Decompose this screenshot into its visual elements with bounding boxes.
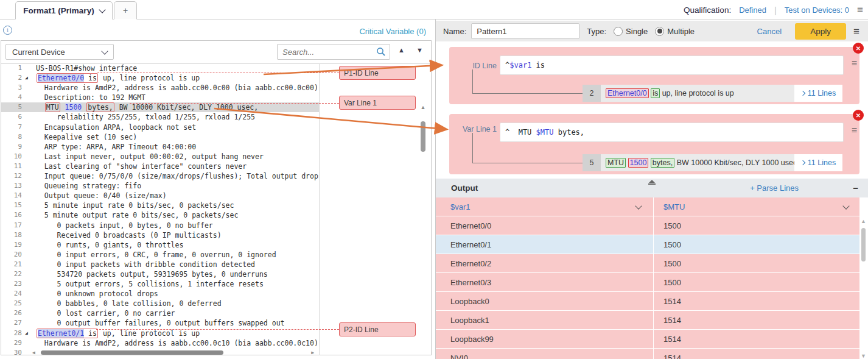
code-text: 0 input packets with dribble condition d…: [31, 260, 255, 269]
pattern-text: ^ MTU: [505, 128, 536, 137]
code-line[interactable]: 9 ARP type: ARPA, ARP Timeout 04:00:00: [1, 142, 319, 152]
code-line[interactable]: 24 0 unknown protocol drops: [1, 289, 319, 299]
code-line[interactable]: 3 Hardware is AmdP2, address is aabb.cc0…: [1, 83, 319, 93]
line-number: 9: [1, 142, 22, 152]
radio-single[interactable]: Single: [614, 27, 648, 36]
cell-var1: Ethernet0/0: [436, 216, 653, 235]
scroll-up-icon[interactable]: ▲: [419, 104, 427, 110]
search-prev-button[interactable]: ▲: [398, 46, 405, 54]
test-on-devices-link[interactable]: Test on Devices: 0: [785, 5, 849, 15]
code-line[interactable]: 16 5 minute output rate 0 bits/sec, 0 pa…: [1, 210, 319, 220]
device-selector[interactable]: Current Device: [5, 44, 114, 60]
chevron-down-icon[interactable]: [635, 202, 642, 209]
code-line[interactable]: 21 0 input packets with dribble conditio…: [1, 260, 319, 269]
code-vertical-scrollbar[interactable]: ▲ ▼: [419, 104, 427, 359]
column-header-mtu[interactable]: $MTU: [654, 197, 859, 216]
code-line[interactable]: 6 reliability 255/255, txload 1/255, rxl…: [1, 112, 319, 122]
table-row[interactable]: NVI01514: [436, 349, 859, 359]
code-text: Last clearing of "show interface" counte…: [31, 162, 247, 171]
code-line[interactable]: 12 Input queue: 0/75/0/0 (size/max/drops…: [1, 171, 319, 181]
pattern-input[interactable]: ^$var1 is: [500, 55, 844, 75]
code-line[interactable]: 30◀▶: [1, 348, 319, 355]
table-row[interactable]: Loopback01514: [436, 292, 859, 311]
tab-format1[interactable]: Format1 (Primary): [15, 1, 113, 20]
code-area[interactable]: 1US-BOS-R1#show interface2◢Ethernet0/0 i…: [1, 63, 320, 355]
info-icon[interactable]: i: [3, 26, 12, 35]
radio-multiple-icon[interactable]: [655, 27, 664, 36]
parse-lines-button[interactable]: + Parse Lines: [750, 183, 799, 193]
code-line[interactable]: 18 Received 0 broadcasts (0 IP multicast…: [1, 230, 319, 240]
cancel-button[interactable]: Cancel: [757, 27, 782, 36]
matched-line-row[interactable]: 2Ethernet0/0 is up, line protocol is up1…: [583, 85, 842, 102]
cell-mtu: 1514: [654, 330, 859, 348]
table-row[interactable]: Ethernet0/01500: [436, 216, 859, 235]
code-line[interactable]: 10 Last input never, output 00:00:02, ou…: [1, 152, 319, 162]
code-text: MTU 1500 bytes, BW 10000 Kbit/sec, DLY 1…: [31, 102, 258, 112]
search-icon[interactable]: [376, 47, 386, 57]
code-line[interactable]: 22 534720 packets output, 59319695 bytes…: [1, 269, 319, 279]
code-line[interactable]: 4 Description: to 192 MGMT: [1, 93, 319, 102]
horizontal-scrollbar[interactable]: ◀▶: [32, 349, 317, 355]
fold-marker-icon[interactable]: ◢: [22, 329, 31, 338]
line-number: 26: [1, 308, 22, 318]
radio-multiple[interactable]: Multiple: [655, 27, 695, 36]
table-row[interactable]: Ethernet0/31500: [436, 273, 859, 292]
card-menu-icon[interactable]: ≡: [852, 58, 857, 69]
code-line[interactable]: 13 Queueing strategy: fifo: [1, 181, 319, 191]
code-line[interactable]: 29 Hardware is AmdP2, address is aabb.cc…: [1, 338, 319, 348]
annotation-p2-id-line[interactable]: P2-ID Line: [339, 322, 416, 336]
close-icon[interactable]: ✕: [853, 43, 864, 54]
code-line[interactable]: 7 Encapsulation ARPA, loopback not set: [1, 123, 319, 132]
fold-marker-icon[interactable]: ◢: [22, 73, 31, 83]
code-line[interactable]: 8 Keepalive set (10 sec): [1, 132, 319, 142]
output-vertical-scrollbar[interactable]: ▲ ▼: [859, 218, 867, 359]
code-line[interactable]: 19 0 runts, 0 giants, 0 throttles: [1, 240, 319, 250]
code-line[interactable]: 20 0 input errors, 0 CRC, 0 frame, 0 ove…: [1, 250, 319, 260]
add-tab-button[interactable]: +: [114, 1, 137, 20]
code-line[interactable]: 17 0 packets input, 0 bytes, 0 no buffer: [1, 221, 319, 230]
scroll-thumb[interactable]: [421, 121, 425, 152]
chevron-down-icon[interactable]: [842, 202, 849, 209]
apply-button[interactable]: Apply: [795, 23, 846, 40]
table-row[interactable]: Ethernet0/11500: [436, 235, 859, 254]
table-row[interactable]: Loopback11514: [436, 311, 859, 330]
pattern-name-input[interactable]: [471, 23, 579, 39]
code-line[interactable]: 27 0 output buffer failures, 0 output bu…: [1, 318, 319, 328]
column-header-var1[interactable]: $var1: [436, 197, 653, 216]
scroll-down-icon[interactable]: ▼: [859, 353, 867, 359]
annotation-var-line-1[interactable]: Var Line 1: [339, 96, 416, 110]
menu-icon[interactable]: ≡: [857, 5, 863, 15]
code-line[interactable]: 15 5 minute input rate 0 bits/sec, 0 pac…: [1, 201, 319, 210]
code-line[interactable]: 14 Output queue: 0/40 (size/max): [1, 191, 319, 201]
code-line[interactable]: 26 0 lost carrier, 0 no carrier: [1, 308, 319, 318]
code-line[interactable]: 11 Last clearing of "show interface" cou…: [1, 162, 319, 171]
expand-lines-link[interactable]: 11 Lines: [794, 85, 842, 102]
minimize-icon[interactable]: −: [853, 183, 858, 193]
resize-handle-icon[interactable]: [648, 180, 656, 185]
critical-variable-link[interactable]: Critical Variable (0): [359, 27, 426, 36]
pattern-input[interactable]: ^ MTU $MTU bytes,: [500, 123, 844, 142]
code-line[interactable]: 25 0 babbles, 0 late collision, 0 deferr…: [1, 299, 319, 308]
radio-single-icon[interactable]: [614, 27, 623, 36]
table-row[interactable]: Ethernet0/21500: [436, 254, 859, 273]
scroll-up-icon[interactable]: ▲: [859, 218, 867, 224]
pattern-menu-icon[interactable]: ≡: [853, 26, 859, 37]
search-input[interactable]: [281, 47, 376, 57]
code-line[interactable]: 5 MTU 1500 bytes, BW 10000 Kbit/sec, DLY…: [1, 102, 319, 112]
scroll-thumb[interactable]: [861, 228, 866, 261]
qualification-defined-link[interactable]: Defined: [739, 5, 766, 15]
code-line[interactable]: 2◢Ethernet0/0 is up, line protocol is up: [1, 73, 319, 83]
close-icon[interactable]: ✕: [853, 110, 864, 121]
scroll-thumb[interactable]: [41, 350, 223, 355]
matched-line-row[interactable]: 5MTU 1500 bytes, BW 10000 Kbit/sec, DLY …: [583, 154, 842, 171]
table-row[interactable]: Loopback991514: [436, 330, 859, 349]
scroll-left-icon[interactable]: ◀: [32, 348, 35, 355]
annotation-p1-id-line[interactable]: P1-ID Line: [339, 66, 416, 80]
code-line[interactable]: 1US-BOS-R1#show interface: [1, 63, 319, 73]
chevron-right-icon: [800, 91, 805, 96]
expand-lines-link[interactable]: 11 Lines: [794, 154, 842, 171]
scroll-right-icon[interactable]: ▶: [311, 348, 314, 355]
search-next-button[interactable]: ▼: [416, 46, 423, 54]
code-line[interactable]: 23 5 output errors, 5 collisions, 1 inte…: [1, 279, 319, 289]
card-menu-icon[interactable]: ≡: [852, 125, 857, 136]
